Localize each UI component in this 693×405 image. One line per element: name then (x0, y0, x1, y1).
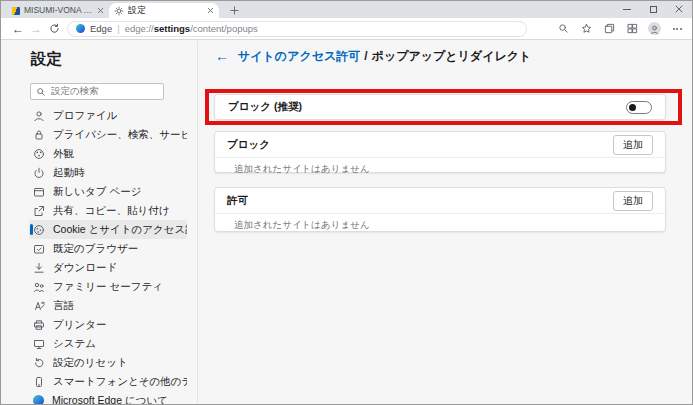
block-section-title: ブロック (227, 138, 270, 152)
collections-icon (604, 23, 615, 34)
edge-logo-icon (76, 24, 85, 33)
sidebar-item-printers[interactable]: プリンター (29, 315, 187, 334)
share-copy-paste-icon (33, 205, 45, 217)
tab-title: MISUMI-VONA | ミスミの総合Web... (24, 5, 93, 17)
refresh-icon (49, 23, 60, 34)
forward-button[interactable]: → (27, 20, 45, 38)
printers-icon (33, 319, 45, 331)
search-icon (36, 87, 46, 97)
sidebar-nav: プロファイル プライバシー、検索、サービス 外観 起動時 新しいタブ ページ (2, 106, 197, 405)
toggle-knob (629, 104, 636, 111)
downloads-icon (33, 262, 45, 274)
allow-section-header: 許可 追加 (215, 188, 665, 214)
maximize-icon (650, 6, 657, 13)
misumi-favicon-icon (12, 7, 20, 15)
close-icon (675, 5, 683, 13)
sidebar-item-new-tab[interactable]: 新しいタブ ページ (29, 182, 187, 201)
minimize-button[interactable] (614, 1, 640, 17)
back-arrow-icon[interactable]: ← (215, 49, 229, 63)
sidebar-item-phone-devices[interactable]: スマートフォンとその他のデバイス (29, 372, 187, 391)
block-recommended-toggle[interactable] (626, 101, 652, 114)
block-add-button[interactable]: 追加 (613, 135, 653, 155)
breadcrumb: ← サイトのアクセス許可/ポップアップとリダイレクト (215, 48, 531, 64)
browser-window: MISUMI-VONA | ミスミの総合Web... 設定 ← → (0, 0, 693, 405)
tab-close-icon[interactable] (207, 7, 214, 14)
extensions-icon (627, 23, 638, 34)
tab-strip: MISUMI-VONA | ミスミの総合Web... 設定 (1, 1, 692, 18)
refresh-button[interactable] (45, 20, 63, 38)
breadcrumb-text: サイトのアクセス許可/ポップアップとリダイレクト (238, 48, 531, 65)
new-tab-icon (33, 186, 45, 198)
plus-icon (230, 6, 239, 15)
url-host: settings (154, 23, 190, 34)
url-separator: | (117, 23, 119, 34)
sidebar-item-family-safety[interactable]: ファミリー セーフティ (29, 277, 187, 296)
profile-icon (33, 110, 45, 122)
url-scheme: edge:// (125, 23, 154, 34)
sidebar-item-reset-settings[interactable]: 設定のリセット (29, 353, 187, 372)
back-button[interactable]: ← (9, 20, 27, 38)
block-section-header: ブロック 追加 (215, 132, 665, 158)
system-icon (33, 338, 45, 350)
sidebar-item-appearance[interactable]: 外観 (29, 144, 187, 163)
star-icon (581, 23, 592, 34)
tab-close-icon[interactable] (97, 7, 104, 14)
settings-search-input[interactable]: 設定の検索 (30, 83, 164, 100)
tab-settings[interactable]: 設定 (109, 3, 219, 18)
url-text: edge://settings/content/popups (125, 23, 258, 34)
sidebar-item-share-copy-paste[interactable]: 共有、コピー、貼り付け (29, 201, 187, 220)
window-controls (614, 1, 692, 17)
family-safety-icon (33, 281, 45, 293)
sidebar-item-privacy[interactable]: プライバシー、検索、サービス (29, 125, 187, 144)
close-button[interactable] (666, 1, 692, 17)
collections-button[interactable] (602, 22, 616, 36)
page-title: ポップアップとリダイレクト (372, 49, 532, 63)
allow-empty-text: 追加されたサイトはありません (215, 214, 665, 232)
extensions-button[interactable] (625, 22, 639, 36)
gear-icon (114, 6, 124, 16)
settings-page: 設定 設定の検索 プロファイル プライバシー、検索、サービス 外観 (2, 41, 691, 403)
block-recommended-label: ブロック (推奨) (228, 100, 302, 114)
favorites-button[interactable] (579, 22, 593, 36)
sidebar-item-profile[interactable]: プロファイル (29, 106, 187, 125)
magnifier-icon (558, 23, 569, 34)
allow-add-button[interactable]: 追加 (613, 191, 653, 211)
privacy-icon (33, 129, 45, 141)
tab-title: 設定 (128, 4, 203, 17)
sidebar-item-about-edge[interactable]: Microsoft Edge について (29, 391, 187, 405)
minimize-icon (623, 9, 631, 10)
appearance-icon (33, 148, 45, 160)
sidebar-item-languages[interactable]: 言語 (29, 296, 187, 315)
block-recommended-row: ブロック (推奨) (214, 94, 666, 120)
settings-sidebar: 設定 設定の検索 プロファイル プライバシー、検索、サービス 外観 (2, 41, 198, 403)
sidebar-item-system[interactable]: システム (29, 334, 187, 353)
zoom-button[interactable] (556, 22, 570, 36)
site-label: Edge (90, 23, 112, 34)
block-section-card: ブロック 追加 追加されたサイトはありません (214, 131, 666, 173)
maximize-button[interactable] (640, 1, 666, 17)
browser-toolbar: ← → Edge | edge://settings/content/popup… (1, 18, 692, 40)
sidebar-title: 設定 (31, 49, 197, 70)
block-empty-text: 追加されたサイトはありません (215, 158, 665, 176)
allow-section-title: 許可 (227, 194, 248, 208)
new-tab-button[interactable] (227, 4, 241, 17)
toolbar-icons (556, 22, 684, 36)
reset-settings-icon (33, 357, 45, 369)
default-browser-icon (33, 243, 45, 255)
startup-icon (33, 167, 45, 179)
sidebar-item-downloads[interactable]: ダウンロード (29, 258, 187, 277)
settings-main-panel: ← サイトのアクセス許可/ポップアップとリダイレクト ブロック (推奨) ブロッ… (198, 41, 691, 403)
breadcrumb-separator: / (364, 49, 367, 63)
url-path: /content/popups (190, 23, 258, 34)
cookies-site-permissions-icon (33, 224, 45, 236)
languages-icon (33, 300, 45, 312)
sidebar-item-default-browser[interactable]: 既定のブラウザー (29, 239, 187, 258)
tab-misumi[interactable]: MISUMI-VONA | ミスミの総合Web... (7, 3, 109, 18)
address-bar[interactable]: Edge | edge://settings/content/popups (67, 21, 527, 37)
settings-more-button[interactable] (670, 22, 684, 36)
sidebar-item-startup[interactable]: 起動時 (29, 163, 187, 182)
breadcrumb-parent-link[interactable]: サイトのアクセス許可 (238, 49, 360, 63)
profile-avatar[interactable] (648, 22, 661, 35)
phone-devices-icon (33, 376, 45, 388)
sidebar-item-cookies-site-permissions[interactable]: Cookie とサイトのアクセス許可 (29, 220, 187, 239)
